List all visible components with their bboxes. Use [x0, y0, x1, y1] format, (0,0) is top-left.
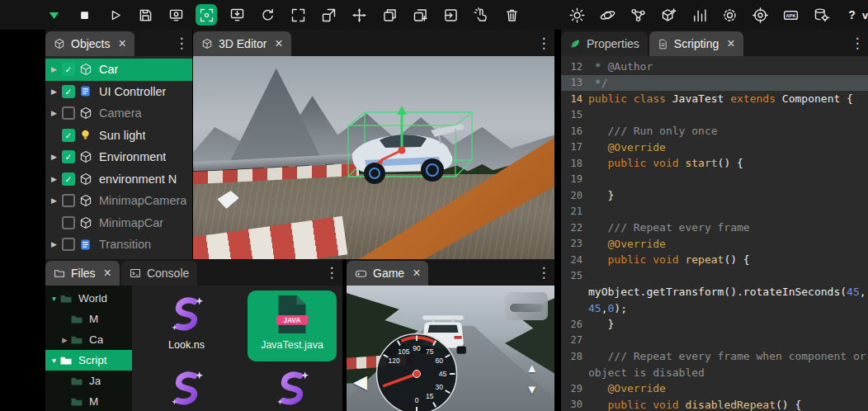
expand-arrow-icon[interactable]: ▼ — [49, 295, 59, 303]
move-tool-button[interactable] — [348, 4, 370, 26]
expand-view-button[interactable] — [287, 4, 309, 26]
active-checkbox[interactable]: ✓ — [62, 63, 75, 76]
code-line[interactable]: 19 — [561, 172, 868, 188]
active-checkbox[interactable]: ✓ — [62, 172, 75, 186]
tree-folder-item[interactable]: M — [45, 391, 132, 411]
close-icon[interactable]: × — [727, 37, 734, 50]
build-target-button[interactable] — [749, 4, 771, 26]
expand-arrow-icon[interactable]: ▼ — [49, 357, 59, 365]
tree-folder-item[interactable]: ▼World — [45, 288, 132, 309]
code-line[interactable]: 21 — [561, 204, 868, 220]
accelerate-button[interactable]: ▲ — [526, 361, 538, 374]
tree-folder-item[interactable]: ▼Script — [45, 350, 132, 371]
tab-scripting[interactable]: Scripting × — [649, 31, 743, 56]
code-line[interactable]: 22 /// Repeat every frame — [561, 220, 868, 236]
file-item[interactable]: Look.ns — [142, 291, 231, 361]
code-line[interactable]: 23 @Override — [561, 236, 868, 253]
file-item[interactable]: LOD.ns — [248, 365, 337, 411]
close-icon[interactable]: × — [118, 37, 125, 50]
expand-arrow-icon[interactable]: ▶ — [48, 196, 60, 205]
help-button[interactable]: ? — [841, 4, 862, 26]
duplicate-object-button[interactable] — [379, 4, 400, 26]
close-icon[interactable]: × — [104, 267, 111, 280]
touch-input-button[interactable] — [470, 4, 492, 26]
capture-frame-button[interactable] — [196, 4, 217, 26]
steer-left-button[interactable]: ◀ — [353, 373, 367, 391]
hierarchy-item[interactable]: ▶✓environment N — [45, 168, 192, 191]
expand-arrow-icon[interactable]: ▶ — [48, 240, 60, 248]
code-line[interactable]: 25 — [561, 268, 868, 285]
copy-add-button[interactable] — [409, 4, 431, 26]
brake-button[interactable]: ▼ — [526, 383, 538, 395]
rotate-tool-button[interactable] — [257, 4, 278, 26]
code-line[interactable]: 24 public void repeat() { — [561, 252, 868, 268]
code-line[interactable]: 30 public void disabledRepeat() { — [561, 397, 868, 411]
panel-menu-icon[interactable]: ⋮ — [171, 30, 192, 56]
add-object-button[interactable] — [658, 4, 679, 26]
hierarchy-item[interactable]: ▶MinimapCamera — [45, 190, 192, 212]
tab-3d-editor[interactable]: 3D Editor × — [193, 31, 291, 56]
code-line[interactable]: 14public class JavaTest extends Componen… — [561, 91, 868, 107]
hierarchy-item[interactable]: ▶✓UI Controller — [45, 81, 192, 103]
close-icon[interactable]: × — [275, 37, 282, 50]
expand-arrow-icon[interactable]: ▶ — [48, 153, 60, 161]
scale-tool-button[interactable] — [318, 4, 339, 26]
tab-game[interactable]: Game × — [347, 261, 428, 286]
panel-menu-icon[interactable]: ⋮ — [533, 30, 554, 56]
code-line[interactable]: 45,0); — [561, 300, 868, 317]
code-editor[interactable]: 12 * @Author13 */14public class JavaTest… — [561, 56, 868, 411]
viewport-3d[interactable] — [193, 56, 554, 259]
apk-export-button[interactable]: APK — [780, 4, 801, 26]
tree-folder-item[interactable]: M — [45, 309, 132, 329]
tab-files[interactable]: Files × — [45, 261, 120, 286]
stop-button[interactable] — [73, 4, 95, 26]
expand-arrow-icon[interactable]: ▶ — [48, 109, 60, 117]
code-line[interactable]: 17 @Override — [561, 139, 868, 156]
expand-arrow-icon[interactable]: ▶ — [48, 65, 60, 73]
settings-button[interactable] — [719, 4, 740, 26]
game-viewport[interactable]: 0153045607590105120 ◀ ▲ ▼ — [347, 286, 554, 411]
profiler-button[interactable] — [688, 4, 710, 26]
code-line[interactable]: 13 */ — [561, 75, 868, 92]
panel-menu-icon[interactable]: ⋮ — [533, 259, 554, 286]
expand-arrow-icon[interactable]: ▶ — [48, 87, 60, 96]
hierarchy-item[interactable]: ▶✓Car — [45, 59, 192, 81]
save-button[interactable] — [134, 4, 156, 26]
light-settings-button[interactable] — [566, 4, 587, 26]
panel-menu-icon[interactable]: ⋮ — [847, 30, 868, 56]
file-item[interactable]: MinimapCar.ns — [142, 365, 231, 411]
delete-object-button[interactable] — [501, 4, 522, 26]
active-checkbox[interactable]: ✓ — [62, 85, 75, 98]
paste-component-button[interactable] — [440, 4, 461, 26]
file-item[interactable]: JAVAJavaTest.java — [248, 291, 337, 361]
engine-menu-button[interactable] — [43, 4, 64, 26]
expand-arrow-icon[interactable]: ▶ — [59, 336, 70, 344]
active-checkbox[interactable] — [62, 216, 75, 229]
play-button[interactable] — [104, 4, 125, 26]
code-line[interactable]: 29 @Override — [561, 380, 868, 397]
tree-folder-item[interactable]: Ja — [45, 371, 132, 391]
tab-console[interactable]: Console — [121, 261, 197, 286]
active-checkbox[interactable] — [62, 238, 75, 251]
node-graph-button[interactable] — [627, 4, 649, 26]
orbit-view-button[interactable] — [597, 4, 618, 26]
tab-properties[interactable]: Properties — [561, 31, 648, 56]
package-import-button[interactable] — [226, 4, 248, 26]
expand-arrow-icon[interactable]: ▶ — [48, 175, 60, 183]
panel-menu-icon[interactable]: ⋮ — [321, 259, 342, 286]
tree-folder-item[interactable]: ▶Ca — [45, 329, 132, 350]
active-checkbox[interactable]: ✓ — [62, 150, 75, 163]
code-line[interactable]: 18 public void start() { — [561, 155, 868, 172]
hierarchy-item[interactable]: ▶✓Environment — [45, 146, 192, 168]
code-line[interactable]: 16 /// Run only once — [561, 123, 868, 139]
code-line[interactable]: 12 * @Author — [561, 59, 868, 75]
hierarchy-item[interactable]: ▶Transition — [45, 234, 192, 256]
active-checkbox[interactable] — [62, 194, 75, 207]
code-line[interactable]: 20 } — [561, 187, 868, 204]
code-line[interactable]: 27 — [561, 333, 868, 349]
hierarchy-item[interactable]: ▶Camera — [45, 102, 192, 125]
tab-objects[interactable]: Objects × — [45, 31, 134, 56]
code-line[interactable]: myObject.getTransform().rotateInSeconds(… — [561, 284, 868, 300]
scene-preview-button[interactable] — [165, 4, 186, 26]
hierarchy-item[interactable]: ✓Sun light — [45, 125, 192, 147]
